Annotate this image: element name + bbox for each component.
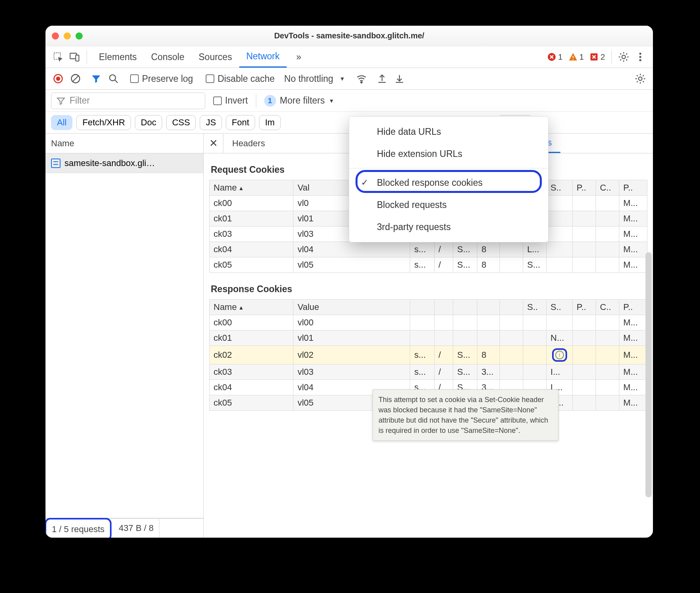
type-filter-font[interactable]: Font (226, 115, 255, 130)
column-header[interactable] (434, 300, 453, 315)
window-controls (52, 32, 83, 40)
request-name: samesite-sandbox.gli… (64, 158, 155, 168)
dropdown-item[interactable]: Hide data URLs (349, 121, 548, 143)
transfer-size: 437 B / 8 (113, 519, 159, 538)
dropdown-item[interactable]: Blocked requests (349, 194, 548, 216)
vertical-scrollbar[interactable] (645, 252, 652, 538)
svg-rect-5 (573, 59, 573, 60)
column-header[interactable]: C.. (596, 300, 619, 315)
response-cookies-title: Response Cookies (211, 284, 647, 295)
svg-point-14 (110, 75, 115, 81)
preserve-log-checkbox[interactable]: Preserve log (127, 74, 196, 84)
column-header[interactable]: C.. (596, 180, 619, 196)
column-header[interactable]: P.. (619, 300, 647, 315)
column-header[interactable]: S.. (547, 300, 573, 315)
search-icon[interactable] (106, 72, 121, 86)
warnings-badge[interactable]: 1 (567, 52, 586, 62)
filter-placeholder: Filter (70, 95, 90, 106)
dropdown-item[interactable]: 3rd-party requests (349, 216, 548, 238)
tab-elements[interactable]: Elements (92, 46, 144, 68)
cookie-row[interactable]: ck03vl03s.../S...3...I...M... (210, 364, 647, 380)
more-filters-button[interactable]: 1 More filters ▼ (264, 95, 335, 107)
blocked-info-highlight: i (552, 348, 567, 362)
name-column-header[interactable]: Name (45, 134, 203, 153)
cookie-row[interactable]: ck00vl00M... (210, 315, 647, 330)
minimize-window-button[interactable] (64, 32, 71, 40)
issues-badge[interactable]: 2 (588, 52, 607, 62)
maximize-window-button[interactable] (76, 32, 83, 40)
more-filters-count: 1 (264, 95, 276, 107)
errors-count: 1 (558, 52, 563, 62)
export-har-icon[interactable] (392, 72, 407, 86)
column-header[interactable]: S.. (547, 180, 573, 196)
filter-input[interactable]: Filter (51, 93, 205, 109)
column-header[interactable]: Name▲ (210, 180, 293, 196)
inspect-icon[interactable] (51, 50, 65, 64)
titlebar: DevTools - samesite-sandbox.glitch.me/ (45, 26, 653, 46)
tab-console[interactable]: Console (144, 46, 191, 68)
network-settings-icon[interactable] (633, 72, 647, 86)
type-filter-fetchxhr[interactable]: Fetch/XHR (76, 115, 131, 130)
svg-point-10 (639, 59, 641, 61)
document-icon (51, 159, 61, 168)
cookie-row[interactable]: ck05vl05s.../S...8S...M... (210, 257, 647, 273)
main-tabbar: ElementsConsoleSourcesNetwork » 1 1 2 (45, 46, 653, 68)
svg-point-7 (622, 55, 626, 59)
filter-bar: Filter Invert 1 More filters ▼ (45, 90, 653, 112)
tab-sources[interactable]: Sources (191, 46, 239, 68)
devtools-window: DevTools - samesite-sandbox.glitch.me/ E… (45, 26, 653, 538)
column-header[interactable] (410, 300, 434, 315)
cookie-row[interactable]: ck04vl04s.../S...8L...M... (210, 242, 647, 257)
record-button[interactable] (51, 72, 65, 86)
network-conditions-icon[interactable] (354, 72, 369, 86)
type-filter-doc[interactable]: Doc (135, 115, 162, 130)
status-bar: 1 / 5 requests 437 B / 8 (45, 518, 203, 538)
svg-rect-2 (76, 55, 79, 61)
invert-checkbox[interactable]: Invert (213, 95, 248, 106)
cookie-row[interactable]: ck02vl02s.../S...8iM... (210, 346, 647, 364)
type-filter-all[interactable]: All (51, 115, 72, 130)
svg-point-16 (639, 77, 642, 81)
cookie-blocked-tooltip: This attempt to set a cookie via a Set-C… (373, 389, 558, 441)
request-row[interactable]: samesite-sandbox.gli… (45, 153, 203, 173)
device-toolbar-icon[interactable] (68, 50, 82, 64)
settings-icon[interactable] (617, 50, 631, 64)
tabs-overflow-button[interactable]: » (289, 46, 308, 68)
more-filters-dropdown: Hide data URLsHide extension URLs✓Blocke… (349, 116, 549, 242)
svg-point-12 (56, 77, 61, 81)
check-icon: ✓ (361, 178, 368, 188)
column-header[interactable] (477, 300, 500, 315)
throttling-select[interactable]: No throttling▼ (281, 74, 348, 84)
dropdown-item[interactable]: Hide extension URLs (349, 143, 548, 165)
svg-point-15 (361, 82, 362, 83)
clear-button[interactable] (68, 72, 83, 86)
more-menu-icon[interactable] (633, 50, 647, 64)
column-header[interactable]: P.. (573, 300, 596, 315)
dropdown-item[interactable]: ✓Blocked response cookies (349, 172, 548, 194)
import-har-icon[interactable] (375, 72, 389, 86)
tab-headers[interactable]: Headers (223, 134, 274, 153)
close-detail-icon[interactable]: ✕ (204, 134, 223, 153)
column-header[interactable] (500, 300, 523, 315)
disable-cache-checkbox[interactable]: Disable cache (202, 74, 278, 84)
errors-badge[interactable]: 1 (545, 52, 564, 62)
warnings-count: 1 (579, 52, 584, 62)
column-header[interactable] (453, 300, 477, 315)
type-filter-im[interactable]: Im (259, 115, 280, 130)
issues-count: 2 (600, 52, 605, 62)
info-icon[interactable]: i (555, 351, 564, 359)
requests-list-pane: Name samesite-sandbox.gli… 1 / 5 request… (45, 134, 204, 538)
column-header[interactable]: Name▲ (210, 300, 293, 315)
svg-point-8 (639, 53, 641, 55)
filter-toggle-icon[interactable] (89, 72, 103, 86)
close-window-button[interactable] (52, 32, 59, 40)
cookie-row[interactable]: ck01vl01N...M... (210, 330, 647, 346)
tab-network[interactable]: Network (239, 46, 287, 68)
type-filter-css[interactable]: CSS (166, 115, 196, 130)
column-header[interactable]: P.. (573, 180, 596, 196)
type-filter-js[interactable]: JS (200, 115, 222, 130)
request-count: 1 / 5 requests (45, 518, 112, 538)
column-header[interactable]: Value (293, 300, 410, 315)
column-header[interactable]: P.. (619, 180, 647, 196)
column-header[interactable]: S.. (523, 300, 547, 315)
